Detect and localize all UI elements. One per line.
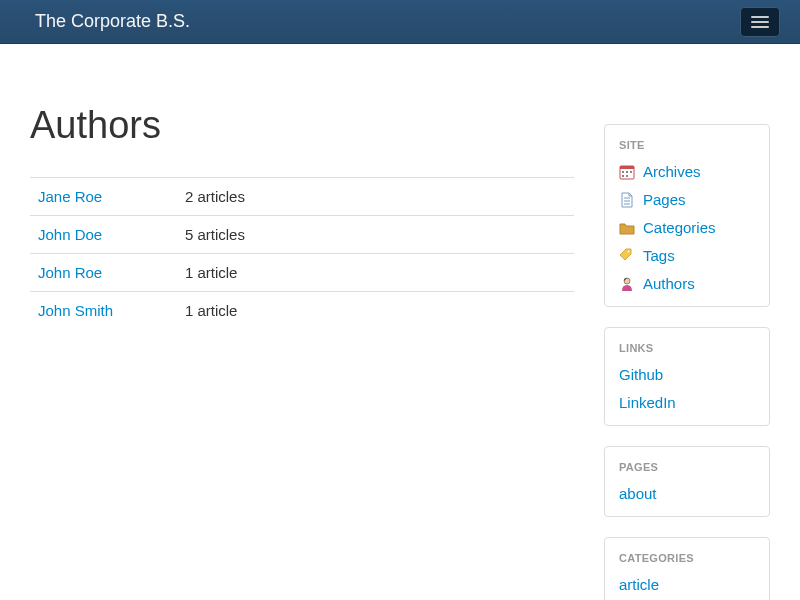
widget-title: PAGES — [619, 461, 755, 473]
list-item: about — [619, 485, 755, 502]
site-list: Archives Pages Categories — [619, 163, 755, 292]
hamburger-icon — [751, 16, 769, 18]
authors-table: Jane Roe 2 articles John Doe 5 articles … — [30, 177, 574, 329]
article-count: 1 article — [177, 254, 574, 292]
categories-link[interactable]: Categories — [643, 219, 716, 236]
svg-rect-6 — [626, 175, 628, 177]
widget-title: LINKS — [619, 342, 755, 354]
table-row: John Doe 5 articles — [30, 216, 574, 254]
categories-list: article — [619, 576, 755, 593]
content-container: Authors Jane Roe 2 articles John Doe 5 a… — [0, 44, 800, 600]
categories-widget: CATEGORIES article — [604, 537, 770, 600]
person-icon — [619, 276, 635, 292]
archives-link[interactable]: Archives — [643, 163, 701, 180]
about-link[interactable]: about — [619, 485, 657, 502]
pages-list: about — [619, 485, 755, 502]
list-item: Github — [619, 366, 755, 383]
svg-point-10 — [628, 250, 630, 252]
author-link[interactable]: Jane Roe — [38, 188, 102, 205]
list-item: LinkedIn — [619, 394, 755, 411]
svg-rect-4 — [630, 171, 632, 173]
author-link[interactable]: John Smith — [38, 302, 113, 319]
list-item: Tags — [619, 247, 755, 264]
tag-icon — [619, 248, 635, 264]
category-link[interactable]: article — [619, 576, 659, 593]
github-link[interactable]: Github — [619, 366, 663, 383]
site-widget: SITE Archives Pages — [604, 124, 770, 307]
tags-link[interactable]: Tags — [643, 247, 675, 264]
svg-rect-2 — [622, 171, 624, 173]
list-item: Archives — [619, 163, 755, 180]
svg-rect-3 — [626, 171, 628, 173]
author-link[interactable]: John Roe — [38, 264, 102, 281]
linkedin-link[interactable]: LinkedIn — [619, 394, 676, 411]
links-list: Github LinkedIn — [619, 366, 755, 411]
table-row: Jane Roe 2 articles — [30, 178, 574, 216]
list-item: Pages — [619, 191, 755, 208]
list-item: article — [619, 576, 755, 593]
hamburger-icon — [751, 26, 769, 28]
folder-icon — [619, 220, 635, 236]
article-count: 1 article — [177, 292, 574, 330]
list-item: Authors — [619, 275, 755, 292]
hamburger-icon — [751, 21, 769, 23]
author-link[interactable]: John Doe — [38, 226, 102, 243]
page-icon — [619, 192, 635, 208]
calendar-icon — [619, 164, 635, 180]
article-count: 2 articles — [177, 178, 574, 216]
page-title: Authors — [30, 104, 574, 147]
authors-link[interactable]: Authors — [643, 275, 695, 292]
widget-title: SITE — [619, 139, 755, 151]
svg-rect-1 — [620, 166, 634, 169]
svg-rect-5 — [622, 175, 624, 177]
pages-link[interactable]: Pages — [643, 191, 686, 208]
links-widget: LINKS Github LinkedIn — [604, 327, 770, 426]
table-row: John Roe 1 article — [30, 254, 574, 292]
nav-toggle-button[interactable] — [740, 7, 780, 37]
article-count: 5 articles — [177, 216, 574, 254]
main-column: Authors Jane Roe 2 articles John Doe 5 a… — [30, 74, 574, 600]
brand-link[interactable]: The Corporate B.S. — [35, 11, 190, 32]
navbar: The Corporate B.S. — [0, 0, 800, 44]
list-item: Categories — [619, 219, 755, 236]
table-row: John Smith 1 article — [30, 292, 574, 330]
sidebar: SITE Archives Pages — [604, 124, 770, 600]
widget-title: CATEGORIES — [619, 552, 755, 564]
pages-widget: PAGES about — [604, 446, 770, 517]
